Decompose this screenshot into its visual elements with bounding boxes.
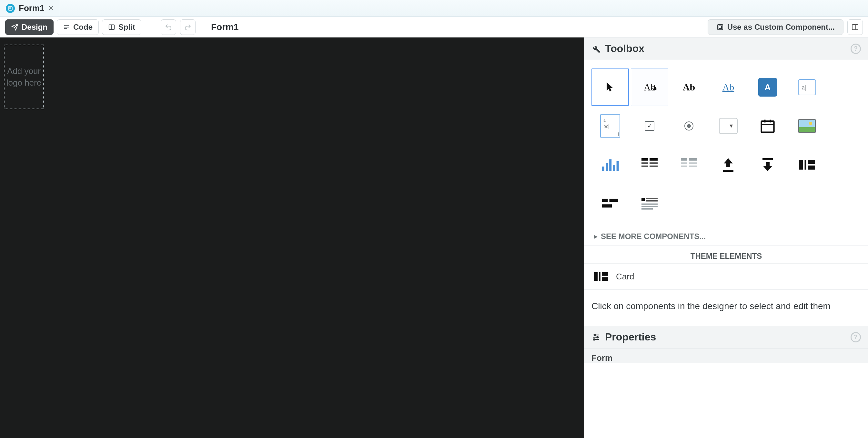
svg-point-61 — [597, 336, 598, 338]
tool-textbox[interactable]: a| — [788, 68, 826, 106]
tool-column-panel[interactable] — [788, 146, 826, 183]
tool-download[interactable] — [749, 146, 786, 183]
tool-link[interactable]: Ab — [710, 68, 747, 106]
upload-icon — [720, 157, 736, 173]
properties-title: Properties — [605, 331, 656, 343]
tool-radio[interactable] — [670, 107, 708, 145]
tool-datepicker[interactable] — [749, 107, 786, 145]
svg-rect-56 — [602, 272, 608, 276]
use-as-component-label: Use as Custom Component... — [727, 23, 835, 32]
tool-textarea[interactable]: abc| — [591, 107, 629, 145]
split-button[interactable]: Split — [102, 19, 141, 35]
see-more-label: SEE MORE COMPONENTS... — [601, 232, 706, 241]
svg-rect-37 — [681, 166, 687, 167]
svg-rect-55 — [599, 272, 600, 281]
svg-rect-42 — [805, 160, 806, 170]
card-label: Card — [616, 272, 634, 282]
svg-point-59 — [594, 334, 596, 335]
tool-image[interactable] — [788, 107, 826, 145]
svg-rect-40 — [763, 158, 773, 160]
datagrid-icon — [641, 158, 658, 171]
repeating-icon — [681, 158, 697, 171]
design-canvas[interactable]: Add your logo here — [0, 37, 584, 438]
svg-rect-39 — [723, 170, 734, 172]
svg-rect-51 — [642, 204, 658, 205]
help-icon[interactable]: ? — [850, 43, 861, 54]
svg-rect-31 — [642, 166, 648, 167]
tool-heading[interactable]: Ab — [670, 68, 708, 106]
split-label: Split — [118, 23, 135, 32]
tool-datagrid[interactable] — [631, 146, 668, 183]
toolbox-header: Toolbox ? — [584, 37, 868, 60]
svg-rect-23 — [606, 163, 608, 171]
columns-icon — [799, 158, 815, 171]
svg-rect-35 — [681, 163, 687, 164]
textbox-icon: a| — [798, 79, 816, 95]
svg-rect-54 — [594, 272, 598, 281]
tool-chart[interactable] — [591, 146, 629, 183]
tool-checkbox[interactable]: ✓ — [631, 107, 668, 145]
close-icon[interactable]: ✕ — [48, 4, 54, 12]
svg-rect-29 — [642, 163, 648, 164]
tool-flow-panel[interactable] — [591, 185, 629, 222]
svg-rect-12 — [762, 121, 774, 133]
svg-rect-27 — [642, 158, 648, 161]
design-button[interactable]: Design — [5, 19, 54, 35]
tab-form1[interactable]: Form1 ✕ — [0, 0, 60, 17]
panel-toggle-button[interactable] — [847, 19, 863, 35]
tool-button[interactable]: A — [749, 68, 786, 106]
tab-label: Form1 — [19, 3, 44, 13]
logo-placeholder[interactable]: Add your logo here — [4, 45, 44, 109]
svg-rect-48 — [642, 198, 645, 201]
svg-rect-46 — [610, 199, 619, 202]
form-icon — [6, 4, 15, 13]
tool-dropdown[interactable]: ▼ — [710, 107, 747, 145]
svg-rect-0 — [8, 6, 12, 10]
selected-component-name: Form — [584, 349, 868, 363]
link-icon: Ab — [722, 82, 735, 93]
svg-rect-44 — [808, 166, 815, 170]
code-label: Code — [73, 23, 93, 32]
tool-fileloader[interactable] — [710, 146, 747, 183]
svg-rect-41 — [799, 160, 803, 170]
svg-rect-33 — [681, 158, 687, 161]
theme-card[interactable]: Card — [584, 264, 868, 289]
svg-rect-9 — [719, 26, 721, 28]
svg-rect-8 — [718, 25, 723, 30]
svg-rect-49 — [646, 198, 658, 199]
sidebar: Toolbox ? Ab Ab Ab — [584, 37, 868, 438]
tool-repeating-panel[interactable] — [670, 146, 708, 183]
theme-elements-heading: THEME ELEMENTS — [584, 246, 868, 264]
help-icon[interactable]: ? — [850, 332, 861, 342]
hand-cursor-icon — [651, 84, 659, 92]
see-more-components[interactable]: ▶ SEE MORE COMPONENTS... — [584, 227, 868, 246]
properties-header[interactable]: Properties ? — [584, 326, 868, 349]
cursor-icon — [606, 82, 614, 93]
chevron-right-icon: ▶ — [594, 234, 598, 239]
svg-rect-38 — [689, 166, 697, 167]
tool-label[interactable]: Ab — [631, 68, 668, 106]
svg-rect-30 — [650, 163, 658, 164]
sliders-icon — [591, 333, 600, 342]
use-as-component-button[interactable]: Use as Custom Component... — [708, 19, 843, 35]
textarea-icon: abc| — [600, 114, 620, 138]
hint-text: Click on components in the designer to s… — [584, 290, 868, 326]
design-label: Design — [22, 23, 48, 32]
svg-rect-24 — [609, 159, 612, 171]
svg-rect-32 — [650, 166, 658, 167]
tool-pointer[interactable] — [591, 68, 629, 106]
tab-bar: Form1 ✕ — [0, 0, 868, 17]
svg-rect-10 — [852, 25, 858, 30]
undo-button[interactable] — [161, 19, 176, 35]
redo-button[interactable] — [180, 19, 195, 35]
code-button[interactable]: Code — [57, 19, 99, 35]
flow-icon — [602, 197, 619, 210]
svg-rect-25 — [613, 165, 615, 171]
svg-rect-26 — [617, 161, 619, 171]
toolbox-grid: Ab Ab Ab A a| abc| — [584, 60, 868, 225]
wrench-icon — [591, 44, 600, 53]
tool-rich-text[interactable] — [631, 185, 668, 222]
button-icon: A — [758, 78, 777, 96]
svg-rect-28 — [650, 158, 658, 161]
svg-rect-45 — [602, 199, 608, 202]
